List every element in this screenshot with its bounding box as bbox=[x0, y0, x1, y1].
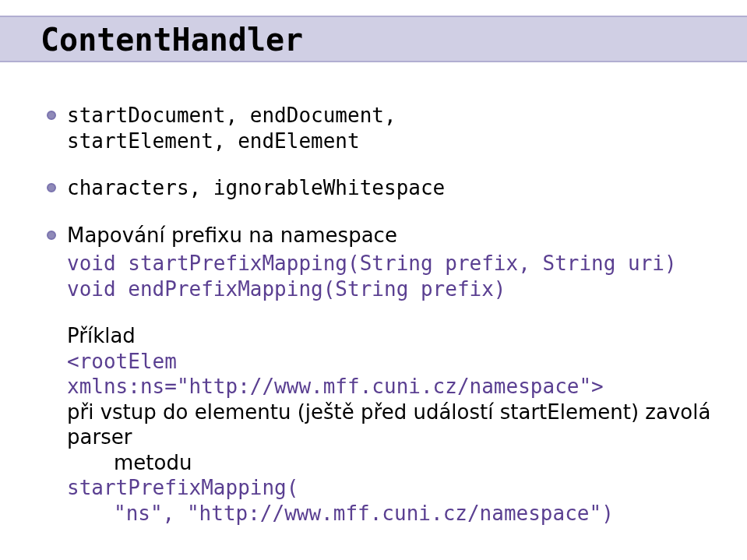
example-call-args: "ns", "http://www.mff.cuni.cz/namespace"… bbox=[67, 501, 716, 527]
bullet-1-text: startDocument, endDocument, startElement… bbox=[67, 103, 396, 153]
example-block: Příklad <rootElem xmlns:ns="http://www.m… bbox=[47, 323, 716, 526]
bullet-dot-icon bbox=[47, 231, 56, 240]
bullet-2-text: characters, ignorableWhitespace bbox=[67, 175, 445, 201]
bullet-3-code-2: void endPrefixMapping(String prefix) bbox=[47, 276, 716, 302]
bullet-1-line-2: startElement, endElement bbox=[67, 129, 360, 153]
slide-title: ContentHandler bbox=[41, 22, 303, 58]
bullet-dot-icon bbox=[47, 183, 56, 192]
bullet-item-2: characters, ignorableWhitespace bbox=[47, 175, 716, 201]
example-prose-1: při vstup do elementu (ještě před událos… bbox=[67, 400, 716, 450]
example-label: Příklad bbox=[67, 323, 716, 349]
bullet-item-1: startDocument, endDocument, startElement… bbox=[47, 103, 716, 153]
bullet-3-heading: Mapování prefixu na namespace bbox=[67, 223, 397, 248]
bullet-item-3: Mapování prefixu na namespace bbox=[47, 223, 716, 248]
example-call-open: startPrefixMapping( bbox=[67, 475, 716, 501]
bullet-3-code-1: void startPrefixMapping(String prefix, S… bbox=[47, 251, 716, 276]
bullet-dot-icon bbox=[47, 111, 56, 120]
example-xml-line: <rootElem xmlns:ns="http://www.mff.cuni.… bbox=[67, 349, 716, 400]
slide-page: ContentHandler startDocument, endDocumen… bbox=[0, 0, 747, 560]
slide-content: startDocument, endDocument, startElement… bbox=[47, 103, 716, 526]
example-prose-2: metodu bbox=[67, 450, 716, 476]
bullet-1-line-1: startDocument, endDocument, bbox=[67, 104, 396, 127]
